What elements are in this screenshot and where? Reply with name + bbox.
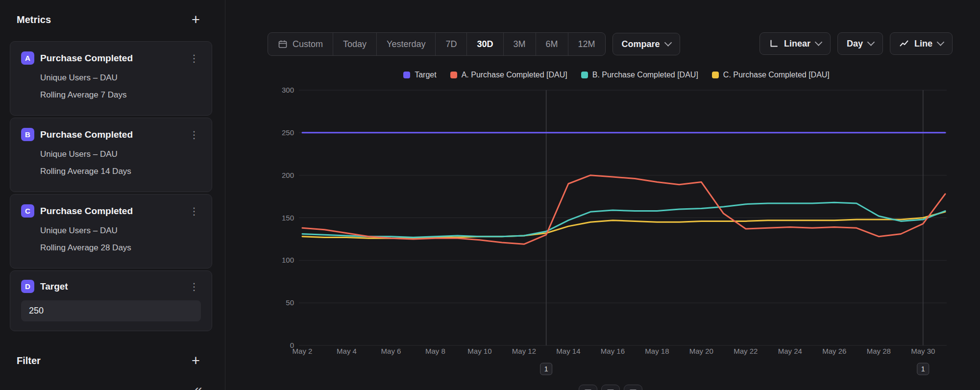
date-range-today[interactable]: Today <box>333 33 377 55</box>
kebab-menu-icon[interactable]: ⋮ <box>187 205 201 217</box>
chevron-down-icon <box>867 38 875 46</box>
chart-tool-button-1[interactable] <box>579 385 597 390</box>
target-value-input[interactable] <box>21 300 201 321</box>
metrics-title: Metrics <box>17 14 51 25</box>
metrics-header: Metrics + <box>17 13 200 27</box>
legend-label: Target <box>415 71 436 79</box>
svg-text:May 4: May 4 <box>337 347 357 355</box>
svg-text:1: 1 <box>921 365 925 373</box>
svg-text:100: 100 <box>282 256 294 264</box>
chevron-down-icon <box>815 38 823 46</box>
date-range-6m[interactable]: 6M <box>536 33 568 55</box>
svg-text:200: 200 <box>282 171 294 179</box>
granularity-selector-button[interactable]: Day <box>837 32 883 55</box>
metric-title: Purchase Completed <box>40 206 187 217</box>
scale-selector-button[interactable]: Linear <box>760 32 831 55</box>
date-range-label: 30D <box>477 39 493 49</box>
chart-panel: Custom Today Yesterday 7D 30D 3M 6M 12M … <box>226 0 980 390</box>
metric-card-c[interactable]: C Purchase Completed ⋮ Unique Users – DA… <box>10 194 212 268</box>
legend-swatch <box>403 72 410 78</box>
metric-title: Purchase Completed <box>40 129 187 140</box>
date-range-yesterday[interactable]: Yesterday <box>377 33 436 55</box>
legend-label: C. Purchase Completed [DAU] <box>723 71 830 79</box>
metrics-sidebar: Metrics + A Purchase Completed ⋮ Unique … <box>0 0 225 390</box>
scale-label: Linear <box>784 39 810 49</box>
filter-title: Filter <box>17 355 41 366</box>
svg-text:May 10: May 10 <box>467 347 491 355</box>
svg-text:May 18: May 18 <box>645 347 669 355</box>
chart-type-selector-button[interactable]: Line <box>890 32 953 55</box>
date-range-label: Today <box>343 39 367 49</box>
granularity-label: Day <box>847 39 863 49</box>
svg-text:May 22: May 22 <box>734 347 758 355</box>
legend-item-c[interactable]: C. Purchase Completed [DAU] <box>712 71 830 79</box>
compare-label: Compare <box>622 39 660 49</box>
date-range-label: 3M <box>514 39 526 49</box>
legend-item-target[interactable]: Target <box>403 71 436 79</box>
chevron-down-icon <box>664 39 672 47</box>
svg-text:150: 150 <box>282 214 294 222</box>
svg-text:250: 250 <box>282 128 294 137</box>
svg-text:May 8: May 8 <box>425 347 445 355</box>
compare-button[interactable]: Compare <box>612 33 680 55</box>
legend-item-b[interactable]: B. Purchase Completed [DAU] <box>581 71 698 79</box>
chevron-down-icon <box>937 38 945 46</box>
svg-text:May 20: May 20 <box>689 347 713 355</box>
metric-measurement[interactable]: Unique Users – DAU <box>40 226 201 236</box>
collapse-sidebar-icon[interactable]: « <box>194 381 202 390</box>
legend-swatch <box>712 72 719 78</box>
svg-text:May 26: May 26 <box>822 347 846 355</box>
legend-swatch <box>450 72 457 78</box>
legend-item-a[interactable]: A. Purchase Completed [DAU] <box>450 71 567 79</box>
svg-text:May 16: May 16 <box>601 347 625 355</box>
kebab-menu-icon[interactable]: ⋮ <box>187 52 201 64</box>
date-range-12m[interactable]: 12M <box>568 33 605 55</box>
svg-text:May 14: May 14 <box>556 347 580 355</box>
svg-text:May 24: May 24 <box>778 347 802 355</box>
legend-label: A. Purchase Completed [DAU] <box>462 71 567 79</box>
kebab-menu-icon[interactable]: ⋮ <box>187 281 201 292</box>
chart-tool-button-2[interactable] <box>601 385 620 390</box>
calendar-icon <box>278 39 288 49</box>
svg-text:May 6: May 6 <box>381 347 401 355</box>
date-range-label: Yesterday <box>387 39 425 49</box>
metric-measurement[interactable]: Unique Users – DAU <box>40 149 201 159</box>
date-range-label: 12M <box>578 39 595 49</box>
metric-rolling-average[interactable]: Rolling Average 28 Days <box>40 243 201 253</box>
metric-rolling-average[interactable]: Rolling Average 7 Days <box>40 90 201 100</box>
metric-card-b[interactable]: B Purchase Completed ⋮ Unique Users – DA… <box>10 118 212 192</box>
svg-text:May 2: May 2 <box>293 347 313 355</box>
metric-title: Purchase Completed <box>40 53 187 64</box>
add-filter-button[interactable]: + <box>192 354 200 368</box>
target-card[interactable]: D Target ⋮ <box>10 270 212 331</box>
add-metric-button[interactable]: + <box>192 13 200 27</box>
axis-icon <box>769 39 779 49</box>
svg-text:50: 50 <box>286 298 294 307</box>
svg-text:May 30: May 30 <box>911 347 935 355</box>
chart-tool-button-3[interactable] <box>624 385 642 390</box>
svg-text:1: 1 <box>544 365 548 373</box>
date-range-custom[interactable]: Custom <box>268 33 333 55</box>
metric-badge-a: A <box>21 51 34 65</box>
legend-label: B. Purchase Completed [DAU] <box>592 71 698 79</box>
metric-badge-c: C <box>21 204 34 218</box>
metric-measurement[interactable]: Unique Users – DAU <box>40 73 201 83</box>
chart-legend: Target A. Purchase Completed [DAU] B. Pu… <box>272 71 960 79</box>
line-chart[interactable]: 05010015020025030011May 2May 4May 6May 8… <box>272 64 960 390</box>
date-range-segmented-control: Custom Today Yesterday 7D 30D 3M 6M 12M <box>268 32 606 56</box>
legend-swatch <box>581 72 588 78</box>
kebab-menu-icon[interactable]: ⋮ <box>187 129 201 141</box>
date-range-7d[interactable]: 7D <box>436 33 467 55</box>
chart-type-label: Line <box>914 39 932 49</box>
svg-text:May 12: May 12 <box>512 347 536 355</box>
filter-header: Filter + <box>17 354 200 368</box>
target-title: Target <box>40 281 187 292</box>
metric-rolling-average[interactable]: Rolling Average 14 Days <box>40 167 201 176</box>
date-range-30d[interactable]: 30D <box>467 33 503 55</box>
metric-badge-b: B <box>21 128 34 141</box>
svg-text:300: 300 <box>282 86 294 94</box>
metric-card-a[interactable]: A Purchase Completed ⋮ Unique Users – DA… <box>10 41 212 116</box>
date-range-3m[interactable]: 3M <box>504 33 536 55</box>
date-range-label: 7D <box>445 39 457 49</box>
date-range-toolbar: Custom Today Yesterday 7D 30D 3M 6M 12M … <box>268 32 680 56</box>
